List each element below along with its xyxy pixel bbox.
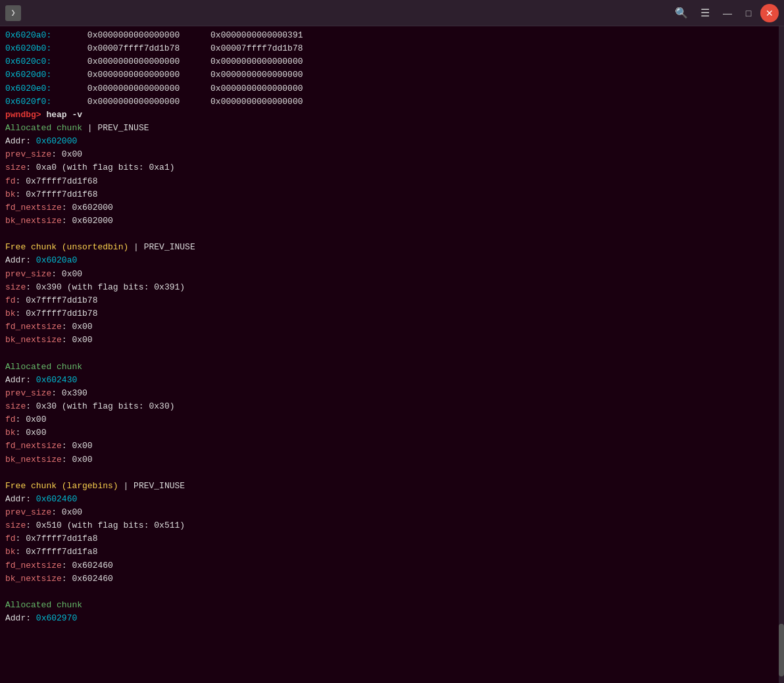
terminal-line: size: 0x390 (with flag bits: 0x391): [5, 281, 779, 294]
terminal-line: pwndbg> heap -v: [5, 109, 779, 122]
terminal-content: 0x6020a0: 0x0000000000000000 0x000000000…: [0, 26, 784, 628]
titlebar: ❯ 🔍 ☰ — □ ✕: [0, 0, 784, 26]
terminal-line: bk_nextsize: 0x602460: [5, 572, 779, 586]
terminal-line: bk: 0x7ffff7dd1b78: [5, 307, 779, 320]
terminal-line: size: 0x510 (with flag bits: 0x511): [5, 519, 779, 532]
terminal-line: bk_nextsize: 0x602000: [5, 215, 779, 228]
terminal-line: fd: 0x7ffff7dd1f68: [5, 175, 779, 188]
terminal-line: fd_nextsize: 0x602000: [5, 201, 779, 215]
terminal-line: Addr: 0x602460: [5, 493, 779, 506]
terminal-line: fd: 0x7ffff7dd1fa8: [5, 532, 779, 545]
minimize-button[interactable]: —: [718, 4, 737, 22]
terminal-line: Allocated chunk: [5, 599, 779, 612]
terminal-line: fd: 0x00: [5, 413, 779, 426]
terminal-line: [5, 228, 779, 241]
terminal-line: Addr: 0x602430: [5, 374, 779, 387]
terminal-line: Allocated chunk: [5, 361, 779, 374]
scrollbar[interactable]: [779, 26, 784, 683]
titlebar-controls: 🔍 ☰ — □ ✕: [671, 3, 779, 24]
terminal-line: fd: 0x7ffff7dd1b78: [5, 294, 779, 307]
scrollbar-thumb[interactable]: [779, 624, 784, 676]
terminal-line: fd_nextsize: 0x602460: [5, 559, 779, 572]
terminal-line: fd_nextsize: 0x00: [5, 320, 779, 334]
terminal-line: 0x6020a0: 0x0000000000000000 0x000000000…: [5, 29, 779, 42]
terminal-line: bk_nextsize: 0x00: [5, 334, 779, 347]
terminal-line: prev_size: 0x00: [5, 148, 779, 161]
terminal-line: 0x6020c0: 0x0000000000000000 0x000000000…: [5, 55, 779, 68]
terminal-line: [5, 586, 779, 599]
close-button[interactable]: ✕: [760, 4, 779, 22]
terminal-line: Addr: 0x602970: [5, 612, 779, 625]
terminal-line: bk: 0x00: [5, 426, 779, 440]
terminal-line: Free chunk (largebins) | PREV_INUSE: [5, 480, 779, 493]
titlebar-left: ❯: [5, 5, 26, 21]
terminal-line: fd_nextsize: 0x00: [5, 440, 779, 453]
terminal-line: 0x6020b0: 0x00007ffff7dd1b78 0x00007ffff…: [5, 42, 779, 55]
terminal-line: [5, 347, 779, 360]
terminal-line: prev_size: 0x390: [5, 387, 779, 400]
terminal-line: 0x6020e0: 0x0000000000000000 0x000000000…: [5, 82, 779, 95]
terminal-line: bk: 0x7ffff7dd1fa8: [5, 545, 779, 559]
search-button[interactable]: 🔍: [671, 3, 692, 24]
terminal-line: size: 0x30 (with flag bits: 0x30): [5, 400, 779, 413]
terminal-line: Free chunk (unsortedbin) | PREV_INUSE: [5, 241, 779, 254]
terminal-line: Addr: 0x6020a0: [5, 254, 779, 267]
terminal-line: prev_size: 0x00: [5, 268, 779, 281]
terminal-line: prev_size: 0x00: [5, 506, 779, 519]
terminal-line: bk_nextsize: 0x00: [5, 453, 779, 467]
menu-button[interactable]: ☰: [695, 3, 716, 24]
terminal-line: bk: 0x7ffff7dd1f68: [5, 188, 779, 201]
terminal-line: size: 0xa0 (with flag bits: 0xa1): [5, 161, 779, 174]
terminal-line: 0x6020f0: 0x0000000000000000 0x000000000…: [5, 95, 779, 109]
terminal-line: Allocated chunk | PREV_INUSE: [5, 122, 779, 135]
maximize-button[interactable]: □: [739, 4, 758, 22]
terminal-line: 0x6020d0: 0x0000000000000000 0x000000000…: [5, 68, 779, 82]
terminal-icon: ❯: [5, 5, 21, 21]
terminal-line: Addr: 0x602000: [5, 135, 779, 148]
terminal-line: [5, 467, 779, 480]
